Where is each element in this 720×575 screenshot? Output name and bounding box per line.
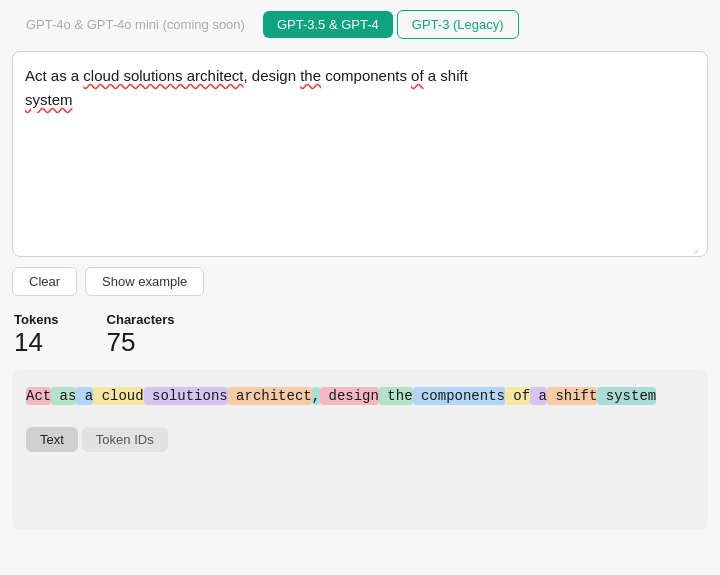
token-chunk: design xyxy=(320,387,379,405)
token-visualization: Act as a cloud solutions architect, desi… xyxy=(12,370,708,530)
token-chunk: components xyxy=(413,387,505,405)
token-chunk: cloud xyxy=(93,387,143,405)
clear-button[interactable]: Clear xyxy=(12,267,77,296)
tokens-label: Tokens xyxy=(14,312,59,327)
characters-stat: Characters 75 xyxy=(107,312,175,358)
tokens-stat: Tokens 14 xyxy=(14,312,59,358)
token-chunk: system xyxy=(597,387,656,405)
token-chunk: shift xyxy=(547,387,597,405)
tab-token-ids[interactable]: Token IDs xyxy=(82,427,168,452)
tab-gpt3[interactable]: GPT-3 (Legacy) xyxy=(397,10,519,39)
resize-handle[interactable]: ⌟ xyxy=(693,242,703,252)
prompt-display: Act as a cloud solutions architect, desi… xyxy=(25,64,695,244)
tab-gpt4o[interactable]: GPT-4o & GPT-4o mini (coming soon) xyxy=(12,11,259,38)
token-chunk: architect xyxy=(228,387,312,405)
characters-label: Characters xyxy=(107,312,175,327)
prompt-container: Act as a cloud solutions architect, desi… xyxy=(12,51,708,257)
token-chunk: the xyxy=(379,387,413,405)
token-chunk: as xyxy=(51,387,76,405)
tab-text[interactable]: Text xyxy=(26,427,78,452)
tokens-value: 14 xyxy=(14,327,59,358)
main-content: Act as a cloud solutions architect, desi… xyxy=(0,39,720,530)
token-chunk: a xyxy=(530,387,547,405)
tab-gpt35[interactable]: GPT-3.5 & GPT-4 xyxy=(263,11,393,38)
stats-row: Tokens 14 Characters 75 xyxy=(12,312,708,358)
show-example-button[interactable]: Show example xyxy=(85,267,204,296)
tab-bar: GPT-4o & GPT-4o mini (coming soon) GPT-3… xyxy=(0,0,720,39)
token-chunk: , xyxy=(312,387,320,405)
token-text-display: Act as a cloud solutions architect, desi… xyxy=(26,384,694,409)
token-chunk: of xyxy=(505,387,530,405)
token-chunk: solutions xyxy=(144,387,228,405)
token-chunk: Act xyxy=(26,387,51,405)
token-chunk: a xyxy=(76,387,93,405)
characters-value: 75 xyxy=(107,327,175,358)
action-buttons: Clear Show example xyxy=(12,267,708,296)
bottom-tab-bar: Text Token IDs xyxy=(26,417,694,464)
